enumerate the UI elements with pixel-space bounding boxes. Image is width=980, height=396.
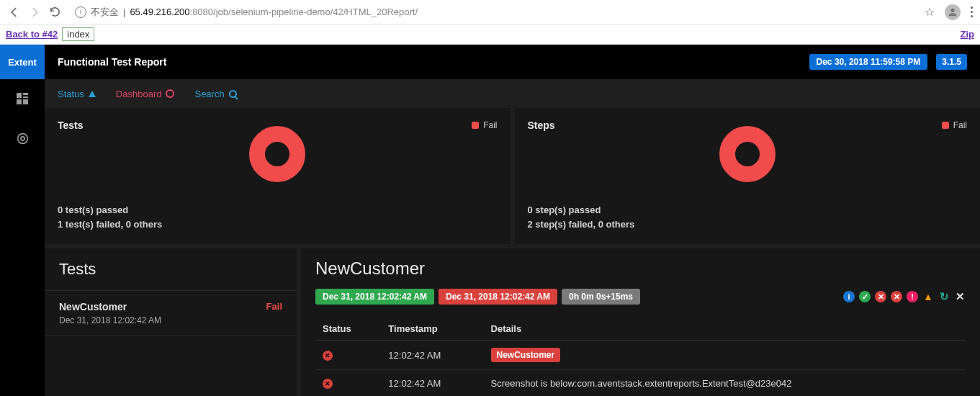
sidebar-item-tests[interactable] bbox=[0, 79, 45, 120]
retry-filter-icon[interactable]: ↻ bbox=[938, 291, 950, 302]
url-path: /job/selenium-pipeline-demo/42/HTML_20Re… bbox=[213, 6, 418, 17]
tests-passed-text: 0 test(s) passed bbox=[58, 203, 498, 217]
fatal-filter-icon[interactable]: ! bbox=[907, 291, 918, 302]
steps-card: Steps Fail 0 step(s) passed 2 step(s) fa… bbox=[515, 108, 981, 244]
warning-filter-icon[interactable]: ▲ bbox=[922, 291, 934, 302]
svg-rect-5 bbox=[23, 99, 28, 104]
url-port: :8080 bbox=[190, 6, 214, 17]
svg-rect-4 bbox=[17, 99, 22, 104]
tests-card: Tests Fail 0 test(s) passed 1 test(s) fa… bbox=[45, 108, 511, 244]
sidebar: Extent bbox=[0, 45, 45, 396]
test-name: NewCustomer bbox=[59, 301, 282, 312]
topbar: Functional Test Report Dec 30, 2018 11:5… bbox=[45, 45, 980, 79]
sidebar-item-dashboard[interactable] bbox=[0, 120, 45, 160]
svg-rect-2 bbox=[23, 93, 28, 95]
fail-status-icon: ✕ bbox=[323, 379, 333, 389]
report-timestamp: Dec 30, 2018 11:59:58 PM bbox=[809, 54, 928, 70]
profile-avatar[interactable] bbox=[945, 4, 961, 20]
svg-point-9 bbox=[727, 134, 768, 174]
col-status: Status bbox=[315, 318, 381, 341]
steps-passed-text: 0 step(s) passed bbox=[528, 203, 968, 217]
clear-filter-icon[interactable]: ✕ bbox=[954, 291, 966, 302]
index-box[interactable]: index bbox=[62, 27, 94, 41]
version-badge: 3.1.5 bbox=[936, 54, 967, 70]
pass-filter-icon[interactable]: ✓ bbox=[859, 291, 871, 302]
target-icon bbox=[17, 132, 29, 147]
steps-card-title: Steps bbox=[528, 120, 555, 131]
step-timestamp: 12:02:42 AM bbox=[381, 370, 483, 397]
nav-status[interactable]: Status bbox=[58, 89, 96, 99]
back-to-build-link[interactable]: Back to #42 bbox=[6, 29, 58, 40]
grid-icon bbox=[17, 93, 28, 107]
steps-legend: Fail bbox=[942, 120, 967, 130]
triangle-up-icon bbox=[89, 91, 96, 97]
step-detail-text: Screenshot is below:com.aventstack.exten… bbox=[484, 370, 966, 397]
fail-swatch-icon bbox=[942, 122, 949, 129]
search-icon bbox=[229, 90, 237, 98]
step-timestamp: 12:02:42 AM bbox=[381, 341, 483, 370]
target-icon bbox=[166, 89, 174, 98]
svg-point-6 bbox=[17, 134, 27, 144]
reload-button[interactable] bbox=[45, 2, 65, 22]
table-row: ✕ 12:02:42 AM NewCustomer bbox=[315, 341, 966, 370]
svg-point-0 bbox=[950, 8, 954, 12]
test-time: Dec 31, 2018 12:02:42 AM bbox=[59, 315, 282, 325]
site-info-icon[interactable]: i bbox=[75, 6, 86, 18]
test-row[interactable]: Fail NewCustomer Dec 31, 2018 12:02:42 A… bbox=[45, 291, 297, 336]
start-time-chip: Dec 31, 2018 12:02:42 AM bbox=[315, 289, 434, 305]
steps-failed-text: 2 step(s) failed, 0 others bbox=[528, 217, 968, 232]
duration-chip: 0h 0m 0s+15ms bbox=[562, 289, 640, 305]
error-filter-icon[interactable]: ✕ bbox=[891, 291, 902, 302]
page-title: Functional Test Report bbox=[58, 56, 166, 68]
test-status: Fail bbox=[266, 301, 282, 312]
svg-point-8 bbox=[257, 134, 297, 174]
tests-list-title: Tests bbox=[45, 248, 297, 291]
col-timestamp: Timestamp bbox=[381, 318, 483, 341]
info-filter-icon[interactable]: i bbox=[843, 291, 855, 302]
fail-status-icon: ✕ bbox=[323, 351, 333, 361]
svg-rect-1 bbox=[17, 93, 22, 98]
tests-list-panel: Tests Fail NewCustomer Dec 31, 2018 12:0… bbox=[45, 248, 297, 396]
end-time-chip: Dec 31, 2018 12:02:42 AM bbox=[439, 289, 557, 305]
steps-table: Status Timestamp Details ✕ 12:02:42 AM N… bbox=[315, 318, 966, 396]
browser-toolbar: i 不安全 | 65.49.216.200:8080/job/selenium-… bbox=[0, 0, 980, 24]
table-row: ✕ 12:02:42 AM Screenshot is below:com.av… bbox=[315, 370, 966, 397]
fail-filter-icon[interactable]: ✕ bbox=[875, 291, 886, 302]
svg-rect-3 bbox=[23, 96, 28, 98]
test-detail-panel: NewCustomer Dec 31, 2018 12:02:42 AM Dec… bbox=[301, 248, 980, 396]
insecure-label: 不安全 bbox=[91, 6, 119, 19]
url-host: 65.49.216.200 bbox=[130, 6, 189, 17]
menu-icon[interactable] bbox=[971, 6, 973, 17]
tests-card-title: Tests bbox=[58, 120, 84, 131]
jenkins-frame-bar: Back to #42 index Zip bbox=[0, 24, 980, 45]
address-bar[interactable]: i 不安全 | 65.49.216.200:8080/job/selenium-… bbox=[69, 2, 917, 22]
svg-point-7 bbox=[20, 137, 24, 140]
bookmark-icon[interactable]: ☆ bbox=[925, 5, 935, 19]
tests-donut-chart bbox=[248, 125, 306, 183]
nav-dashboard[interactable]: Dashboard bbox=[116, 89, 175, 99]
col-details: Details bbox=[484, 318, 966, 341]
forward-button[interactable] bbox=[24, 2, 45, 22]
nav-search[interactable]: Search bbox=[194, 89, 236, 99]
view-nav: Status Dashboard Search bbox=[45, 79, 980, 108]
detail-title: NewCustomer bbox=[315, 258, 966, 279]
back-button[interactable] bbox=[4, 2, 24, 22]
zip-link[interactable]: Zip bbox=[961, 29, 975, 40]
steps-donut-chart bbox=[719, 125, 776, 183]
tests-failed-text: 1 test(s) failed, 0 others bbox=[58, 217, 498, 232]
brand-logo[interactable]: Extent bbox=[0, 45, 45, 79]
filter-icons: i ✓ ✕ ✕ ! ▲ ↻ ✕ bbox=[843, 291, 966, 302]
step-detail-chip: NewCustomer bbox=[491, 348, 561, 362]
tests-legend: Fail bbox=[472, 120, 497, 130]
fail-swatch-icon bbox=[472, 122, 479, 129]
